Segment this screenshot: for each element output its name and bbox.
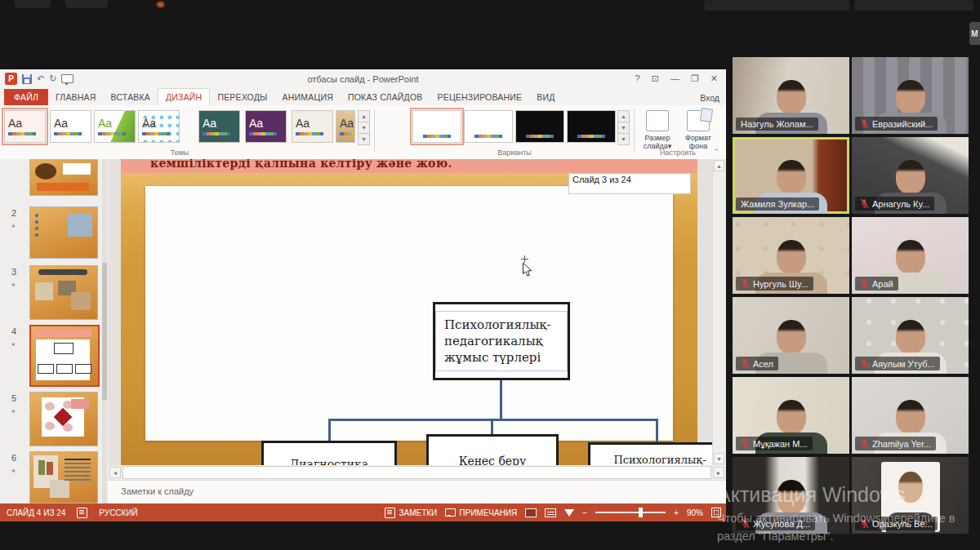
scroll-down-arrow[interactable]: ▼ <box>714 453 724 464</box>
taskbar-fragment <box>15 0 51 8</box>
minimize-button[interactable]: — <box>670 74 679 83</box>
participant-tile[interactable]: Арай <box>852 217 969 294</box>
slide-size-button[interactable]: Размер слайда▾ <box>638 110 677 151</box>
language-indicator[interactable]: РУССКИЙ <box>99 508 137 517</box>
zoom-in-button[interactable]: + <box>674 508 679 517</box>
slide-counter: СЛАЙД 4 ИЗ 24 <box>7 508 65 517</box>
muted-mic-icon <box>741 438 750 449</box>
slide-thumbnail-5[interactable] <box>29 392 98 446</box>
notes-placeholder: Заметки к слайду <box>121 486 194 496</box>
slide-thumbnail-3[interactable] <box>29 265 98 320</box>
notes-status-icon[interactable] <box>77 508 87 518</box>
participant-tile[interactable]: Жусупова Д... <box>733 457 849 534</box>
scroll-left-arrow[interactable]: ◄ <box>109 467 121 478</box>
participant-tile[interactable]: Назгуль Жолам... <box>733 57 849 134</box>
variant-thumbnail[interactable] <box>567 110 616 143</box>
zoom-out-button[interactable]: − <box>582 508 587 517</box>
variants-scroll-down[interactable]: ▼ <box>617 122 630 134</box>
notes-toggle-button[interactable]: ЗАМЕТКИ <box>385 508 437 518</box>
tab-file[interactable]: ФАЙЛ <box>4 89 48 105</box>
animation-star-icon: ✶ <box>11 282 16 289</box>
slide-number: 6 <box>11 453 16 463</box>
format-background-button[interactable]: Формат фона <box>679 110 718 151</box>
close-button[interactable]: ✕ <box>710 74 718 83</box>
participant-tile[interactable]: Мұқажан М... <box>733 377 849 454</box>
restore-button[interactable]: ❐ <box>691 74 699 83</box>
tab-home[interactable]: ГЛАВНАЯ <box>48 89 104 105</box>
participant-tile[interactable]: Zhamilya Yer... <box>852 377 969 454</box>
panel-scrollbar[interactable] <box>102 159 107 503</box>
participant-tile[interactable]: Арнагуль Ку... <box>852 137 969 214</box>
slide-text-banner[interactable]: кемшіліктерді қалпына келтіру және жою. <box>121 159 697 173</box>
collapse-ribbon-icon[interactable]: ⌃ <box>713 148 719 156</box>
zoom-slider[interactable] <box>595 512 666 513</box>
themes-more-button[interactable]: ▼ <box>358 133 370 145</box>
status-bar: СЛАЙД 4 ИЗ 24 РУССКИЙ ЗАМЕТКИ ПРИМЕЧАНИЯ… <box>0 503 726 521</box>
tab-animations[interactable]: АНИМАЦИЯ <box>275 89 341 105</box>
zoom-level[interactable]: 90% <box>687 508 703 517</box>
variants-more-button[interactable]: ▼ <box>617 133 630 145</box>
participant-tile-active-speaker[interactable]: Жамиля Зулкар... <box>733 137 849 214</box>
tab-design[interactable]: ДИЗАЙН <box>158 88 210 105</box>
view-reading-button[interactable] <box>545 508 556 517</box>
slide-thumbnail-6[interactable] <box>29 451 98 503</box>
scroll-up-arrow[interactable]: ▲ <box>714 160 724 171</box>
theme-thumbnail[interactable]: Aa <box>138 110 180 143</box>
toolbar-fragment <box>854 0 973 11</box>
participant-tile[interactable]: Нургуль Шу... <box>733 217 849 294</box>
tab-insert[interactable]: ВСТАВКА <box>104 89 158 105</box>
variants-scroll-up[interactable]: ▲ <box>617 110 630 122</box>
ribbon-options-button[interactable]: ⊡ <box>652 74 659 83</box>
theme-thumbnail[interactable]: Aa <box>198 110 240 143</box>
orgchart-child-box-3[interactable]: Психологиялық-педагогикалық көмек <box>588 442 712 465</box>
participant-tile[interactable]: Аяулым Утуб... <box>852 297 969 374</box>
muted-mic-icon <box>860 198 869 209</box>
scrollbar-track[interactable] <box>122 466 711 479</box>
comments-toggle-button[interactable]: ПРИМЕЧАНИЯ <box>445 508 517 517</box>
variant-thumbnail[interactable] <box>464 110 513 143</box>
view-normal-button[interactable] <box>525 508 537 517</box>
theme-thumbnail[interactable]: Aa <box>245 110 287 143</box>
themes-scroll-up[interactable]: ▲ <box>358 110 370 122</box>
zoom-slider-thumb[interactable] <box>639 508 643 517</box>
orgchart-child-box-1[interactable]: Диагностика <box>261 441 397 465</box>
participant-name-tag: Асел <box>736 357 778 370</box>
participant-tile[interactable]: Евразийский... <box>852 57 969 134</box>
orgchart-root-box[interactable]: Психологиялық-педагогикалық жұмыс түрлер… <box>433 302 570 380</box>
participant-name-tag: Жусупова Д... <box>736 517 815 530</box>
powerpoint-window: P ↶ ↻ отбасы слайд - PowerPoint ? ⊡ — ❐ … <box>0 69 726 521</box>
scroll-right-arrow[interactable]: ► <box>713 467 724 478</box>
theme-thumbnail[interactable]: Aa <box>336 110 355 143</box>
participant-tile[interactable]: Асел <box>733 297 849 374</box>
notes-pane[interactable]: Заметки к слайду <box>108 480 726 504</box>
theme-thumbnail[interactable]: Aa <box>292 110 333 143</box>
slide-background[interactable]: Психологиялық-педагогикалық жұмыс түрлер… <box>121 173 697 465</box>
vertical-scrollbar[interactable]: ▲ ▼ <box>712 159 725 465</box>
sign-in-link[interactable]: Вход <box>700 93 719 103</box>
variant-thumbnail-current[interactable] <box>412 110 461 143</box>
notification-dot <box>157 2 164 7</box>
horizontal-scrollbar[interactable]: ◄ ► <box>108 465 726 480</box>
participant-tile[interactable]: Оразкуль Ве... <box>852 457 969 534</box>
help-button[interactable]: ? <box>635 74 640 83</box>
slide-thumbnail-1[interactable] <box>29 159 98 196</box>
slide-thumbnail-2[interactable] <box>29 206 98 259</box>
tab-review[interactable]: РЕЦЕНЗИРОВАНИЕ <box>430 89 530 105</box>
themes-scroll-down[interactable]: ▼ <box>358 122 370 134</box>
tab-transitions[interactable]: ПЕРЕХОДЫ <box>210 89 274 105</box>
variant-thumbnail[interactable] <box>515 110 564 143</box>
orgchart-child-box-2[interactable]: Кеңес беру <box>426 434 559 465</box>
view-slideshow-button[interactable] <box>564 509 574 517</box>
fit-slide-button[interactable] <box>711 508 721 517</box>
tab-slideshow[interactable]: ПОКАЗ СЛАЙДОВ <box>341 89 430 105</box>
slide-number: 4 <box>11 326 16 336</box>
participant-name-tag: Арай <box>855 277 898 291</box>
slide-thumbnail-4-selected[interactable] <box>29 325 100 387</box>
tab-view[interactable]: ВИД <box>529 89 562 105</box>
theme-thumbnail[interactable]: Aa <box>50 110 91 143</box>
participant-name-tag: Жамиля Зулкар... <box>736 197 819 211</box>
slide-content-area[interactable] <box>145 186 673 441</box>
side-tab-m[interactable]: M <box>969 22 980 45</box>
theme-thumbnail[interactable]: Aa <box>94 110 136 143</box>
theme-thumbnail-current[interactable]: Aa <box>4 110 46 143</box>
